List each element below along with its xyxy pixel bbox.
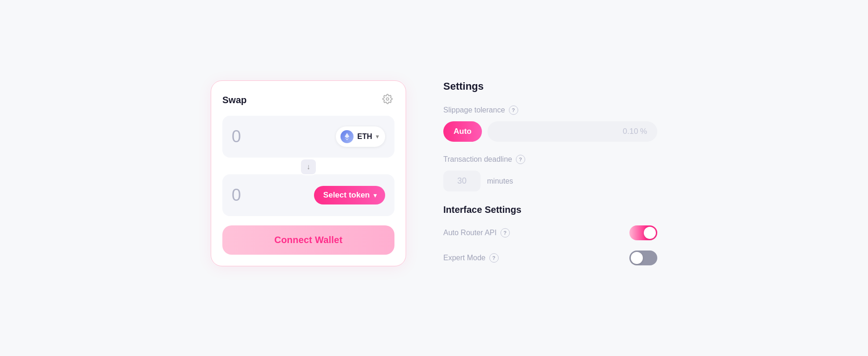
page-container: Swap 0 ETH [174,53,694,303]
to-amount: 0 [232,185,241,205]
expert-mode-label: Expert Mode ? [443,253,499,263]
auto-router-toggle[interactable] [629,225,657,240]
deadline-help-icon[interactable]: ? [516,155,525,164]
expert-mode-row: Expert Mode ? [443,251,657,265]
connect-wallet-button[interactable]: Connect Wallet [222,225,394,255]
settings-panel: Settings Slippage tolerance ? Auto 0.10 … [443,80,657,276]
settings-gear-button[interactable] [381,92,394,108]
swap-title: Swap [222,95,247,105]
select-token-label: Select token [323,191,370,200]
swap-direction-button[interactable]: ↓ [300,158,317,175]
expert-mode-toggle-thumb [631,252,643,264]
slippage-row: Auto 0.10 % [443,121,657,142]
swap-header: Swap [222,92,394,108]
slippage-help-icon[interactable]: ? [509,105,518,115]
auto-router-help-icon[interactable]: ? [501,228,510,237]
deadline-label: Transaction deadline ? [443,155,657,164]
slippage-label: Slippage tolerance ? [443,105,657,115]
deadline-row: 30 minutes [443,171,657,191]
auto-router-toggle-thumb [644,227,656,239]
eth-chevron-icon: ▾ [376,133,379,140]
deadline-input-box[interactable]: 30 [443,171,481,191]
to-token-box: 0 Select token ▾ [222,174,394,216]
settings-title: Settings [443,80,657,92]
slippage-value: 0.10 [623,127,638,136]
slippage-percent: % [640,127,647,136]
deadline-value: 30 [457,176,467,185]
select-token-chevron-icon: ▾ [374,192,377,199]
eth-label: ETH [357,132,372,141]
arrow-down-icon: ↓ [307,163,310,171]
gear-icon [382,94,393,106]
transaction-deadline-section: Transaction deadline ? 30 minutes [443,155,657,191]
auto-router-label: Auto Router API ? [443,228,510,237]
from-token-box: 0 ETH ▾ [222,116,394,158]
eth-icon [341,130,354,143]
expert-mode-toggle[interactable] [629,251,657,265]
select-token-button[interactable]: Select token ▾ [314,186,385,204]
interface-settings-title: Interface Settings [443,204,657,215]
slippage-input-box: 0.10 % [487,121,657,142]
swap-arrow-row: ↓ [222,158,394,175]
swap-card: Swap 0 ETH [211,80,406,266]
from-amount: 0 [232,127,241,146]
deadline-unit: minutes [487,177,513,185]
auto-router-row: Auto Router API ? [443,225,657,240]
eth-token-button[interactable]: ETH ▾ [336,126,385,147]
expert-mode-help-icon[interactable]: ? [489,253,499,263]
auto-slippage-button[interactable]: Auto [443,121,482,142]
